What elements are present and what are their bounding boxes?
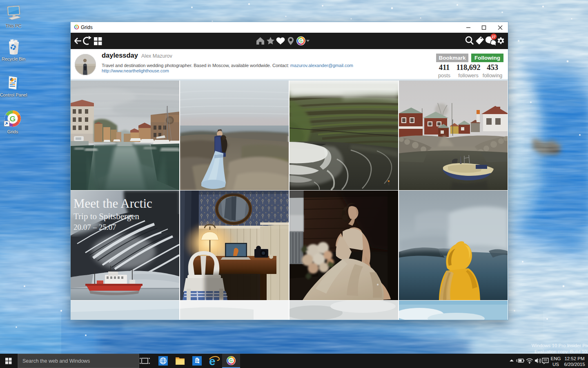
svg-text:27: 27 [492, 35, 496, 39]
svg-text:Meet the Arctic: Meet the Arctic [74, 196, 152, 211]
svg-text:6/20/2015: 6/20/2015 [564, 362, 585, 367]
svg-text:G: G [299, 38, 303, 43]
svg-text:G: G [10, 114, 16, 123]
svg-text:US: US [552, 362, 559, 367]
svg-text:Trip to Spitsbergen: Trip to Spitsbergen [74, 211, 140, 221]
svg-text:ENG: ENG [551, 356, 561, 361]
svg-text:Search the web and Windows: Search the web and Windows [22, 358, 90, 364]
svg-text:20.07 – 25.07: 20.07 – 25.07 [74, 223, 116, 231]
svg-text:12:52 PM: 12:52 PM [564, 356, 584, 361]
svg-text:G: G [76, 26, 78, 28]
svg-text:G: G [229, 358, 233, 363]
